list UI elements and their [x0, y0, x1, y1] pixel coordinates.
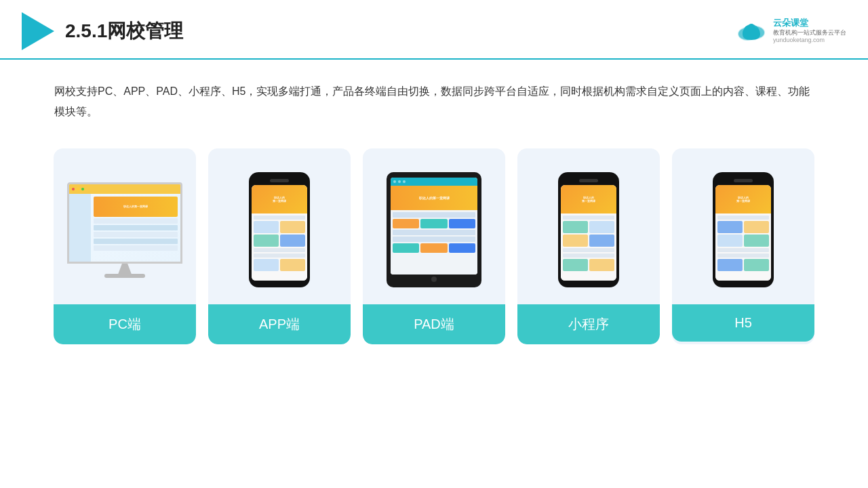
card-pad: 职达人的第一堂网课	[363, 148, 505, 344]
play-icon	[22, 12, 54, 50]
card-label-pc: PC端	[54, 304, 196, 344]
card-label-miniprogram: 小程序	[517, 304, 660, 344]
brand-sub: 教育机构一站式服务云平台	[773, 29, 846, 37]
card-image-h5: 职达人的第一堂网课	[672, 148, 814, 304]
brand-name: 云朵课堂	[773, 18, 846, 29]
page-header: 2.5.1网校管理 云朵课堂 教育机构一站式服务云平台 yunduoketang…	[0, 0, 868, 60]
monitor-stand	[118, 264, 132, 274]
phone-mockup-h5: 职达人的第一堂网课	[713, 172, 774, 287]
phone-mockup-miniprogram: 职达人的第一堂网课	[558, 172, 619, 287]
brand-url: yunduoketang.com	[773, 37, 846, 45]
page-title: 2.5.1网校管理	[65, 18, 183, 44]
svg-point-6	[748, 24, 755, 30]
pc-mockup: 职达人的第一堂网课	[67, 182, 182, 278]
description-text: 网校支持PC、APP、PAD、小程序、H5，实现多端打通，产品各终端自由切换，数…	[0, 60, 868, 135]
card-image-pad: 职达人的第一堂网课	[363, 148, 505, 304]
card-image-app: 职达人的第一堂网课	[208, 148, 351, 304]
card-pc: 职达人的第一堂网课 PC端	[54, 148, 196, 344]
phone-mockup-app: 职达人的第一堂网课	[249, 172, 310, 287]
platform-cards: 职达人的第一堂网课 PC端	[0, 135, 868, 365]
card-label-app: APP端	[208, 304, 351, 344]
card-h5: 职达人的第一堂网课	[672, 148, 814, 344]
card-image-pc: 职达人的第一堂网课	[54, 148, 196, 304]
card-label-h5: H5	[672, 304, 814, 342]
card-image-miniprogram: 职达人的第一堂网课	[517, 148, 660, 304]
card-miniprogram: 职达人的第一堂网课	[517, 148, 660, 344]
tablet-mockup-pad: 职达人的第一堂网课	[387, 172, 481, 287]
monitor-screen: 职达人的第一堂网课	[67, 182, 182, 264]
header-left: 2.5.1网校管理	[22, 12, 183, 50]
brand-logo: 云朵课堂 教育机构一站式服务云平台 yunduoketang.com	[734, 18, 846, 45]
brand-text: 云朵课堂 教育机构一站式服务云平台 yunduoketang.com	[773, 18, 846, 45]
cloud-icon	[734, 19, 769, 43]
card-label-pad: PAD端	[363, 304, 505, 344]
description-content: 网校支持PC、APP、PAD、小程序、H5，实现多端打通，产品各终端自由切换，数…	[54, 85, 810, 117]
card-app: 职达人的第一堂网课	[208, 148, 351, 344]
